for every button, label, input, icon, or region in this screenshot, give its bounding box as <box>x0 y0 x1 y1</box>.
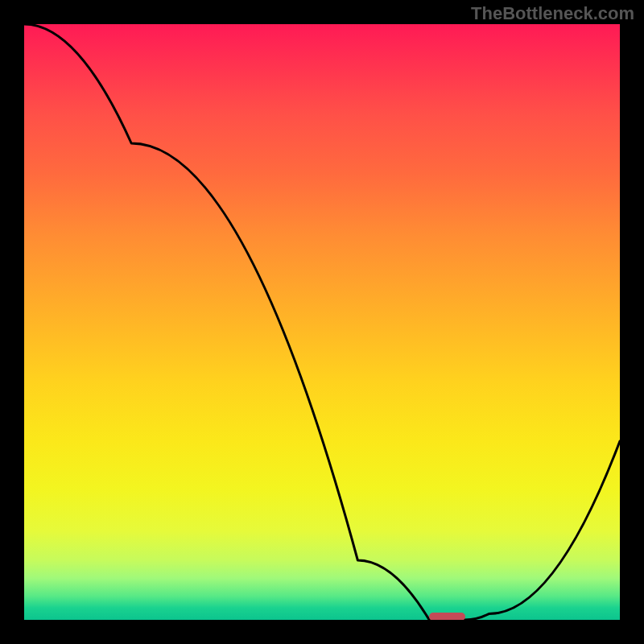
chart-plot-region <box>24 24 620 620</box>
watermark-text: TheBottleneck.com <box>471 3 634 24</box>
chart-line-layer <box>24 24 620 620</box>
chart-marker-pill <box>429 613 464 620</box>
chart-curve <box>24 24 620 620</box>
